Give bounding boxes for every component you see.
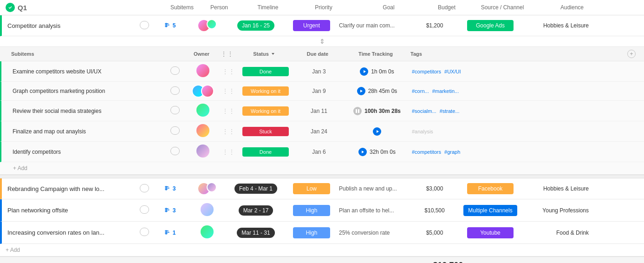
subitem-owner-4 [184,145,221,159]
play-button[interactable] [357,87,365,95]
svg-rect-3 [166,23,167,27]
subitem-chat-4[interactable] [170,147,184,157]
subitem-dots-3: ⋮⋮ [221,128,235,135]
subitems-header: Subitems Owner ⋮⋮ Status Due date Time T… [0,47,644,61]
status-badge-working: Working on it [242,86,289,96]
chat-bubble-icon [170,126,180,135]
play-button[interactable] [360,67,368,76]
task-chat-rebranding[interactable] [137,184,151,194]
subitem-dots-0: ⋮⋮ [221,68,235,75]
add-col-icon[interactable]: + [627,50,636,58]
subitem-tracking-3 [342,127,412,136]
subitem-duedate-1: Jan 9 [296,88,342,94]
task-source-conversion: Youtube [453,227,527,238]
task-goal-rebranding: Publish a new and up... [337,185,416,192]
task-priority-conversion: High [286,227,337,238]
add-col-button[interactable]: + [624,50,638,58]
play-button[interactable] [358,148,367,156]
sub-col-duedate-header: Due date [294,51,341,57]
sort-row: ⇕ [0,36,644,47]
avatar [196,104,209,117]
chat-bubble-icon [170,86,180,95]
play-button[interactable] [373,127,381,136]
subitems-badge-conversion[interactable]: 1 [151,230,189,236]
task-chat-networking[interactable] [137,205,151,215]
subitem-name-4: Identify competitors [13,149,170,155]
task-row-rebranding: Rebranding Campaign with new lo... 3 Feb… [0,178,644,199]
timeline-badge-networking: Mar 2 - 17 [239,205,273,216]
subitem-owner-2 [184,104,221,118]
subitem-dots-1: ⋮⋮ [221,87,235,95]
svg-rect-15 [166,230,167,235]
add-subitem-button[interactable]: + Add [0,162,644,174]
sub-col-tracking-header: Time Tracking [341,51,410,57]
chat-bubble-icon [170,66,180,75]
status-badge-stuck: Stuck [242,127,289,136]
task-chat-conversion[interactable] [137,228,151,237]
footer-budget-section: $19,700 sum [397,261,499,263]
svg-rect-11 [166,208,167,212]
subitem-tags-2: #socialm... #strate... [412,108,638,114]
subitem-duedate-3: Jan 24 [296,128,342,135]
task-chat-competitor[interactable] [137,21,151,31]
q1-section: Q1 [6,3,163,12]
subitem-duedate-4: Jan 6 [296,149,342,155]
app-container: Q1 Subitems Person Timeline Priority Goa… [0,0,644,263]
chat-bubble-icon [140,228,149,236]
priority-badge-high: High [293,205,330,216]
subitem-chat-0[interactable] [170,66,184,76]
task-source-networking: Multiple Channels [453,205,527,216]
avatar [196,124,209,137]
subitem-row: Graph competitors marketing position ⋮⋮ … [0,82,644,101]
q1-label: Q1 [18,4,27,12]
subitems-badge-competitor[interactable]: 5 [151,22,189,29]
source-badge-facebook: Facebook [467,183,514,194]
subitem-status-2: Working on it [235,106,296,116]
task-budget-competitor: $1,200 [416,22,453,29]
add-task-button[interactable]: + Add [0,244,644,256]
q1-icon [6,3,15,12]
subitem-row: Finalize and map out anaylsis ⋮⋮ Stuck J… [0,121,644,142]
subitems-badge-rebranding[interactable]: 3 [151,185,189,192]
subitem-name-3: Finalize and map out anaylsis [13,128,170,135]
pause-button[interactable] [353,107,362,115]
subitems-badge-networking[interactable]: 3 [151,207,189,214]
timeline-badge-rebranding: Feb 4 - Mar 1 [234,184,277,194]
task-name-competitor: Competitor analysis [7,22,137,29]
svg-rect-5 [165,188,169,189]
col-header-priority: Priority [298,4,349,11]
subitem-row: Examine competitors website UI/UX ⋮⋮ Don… [0,61,644,82]
sub-col-status-header: Status [234,51,294,57]
subitem-chat-1[interactable] [170,86,184,96]
section-separator [0,175,644,178]
col-header-person: Person [201,4,238,11]
subitem-owner-3 [184,124,221,138]
subitem-chat-3[interactable] [170,126,184,136]
subitem-dots-4: ⋮⋮ [221,148,235,156]
avatar [196,145,209,158]
task-timeline-conversion: Mar 11 - 31 [226,228,286,238]
status-badge-done: Done [242,147,289,157]
header-row: Q1 Subitems Person Timeline Priority Goa… [0,0,644,15]
task-timeline-competitor: Jan 16 - 25 [226,20,286,31]
sort-icon[interactable]: ⇕ [319,38,325,45]
chat-bubble-icon [140,205,149,214]
sub-col-tags-header: Tags [410,51,624,57]
status-badge-done: Done [242,67,289,76]
task-source-competitor: Google Ads [453,20,527,31]
subitem-tracking-4: 32h 0m 0s [342,148,412,156]
task-priority-competitor: Urgent [286,20,337,31]
task-goal-networking: Plan an offsite to hel... [337,207,416,214]
subitem-duedate-2: Jan 11 [296,108,342,114]
subitem-tracking-0: 1h 0m 0s [342,67,412,76]
priority-badge-high2: High [293,227,330,238]
timeline-badge: Jan 16 - 25 [237,20,274,31]
subitem-status-1: Working on it [235,86,296,96]
footer-budget-amount: $19,700 [397,261,499,263]
subitem-tags-4: #competitors #graph [412,149,638,155]
task-row-networking: Plan networking offsite 3 Mar 2 - 17 Hig… [0,199,644,222]
subitem-duedate-0: Jan 3 [296,68,342,75]
svg-rect-0 [165,23,169,24]
subitem-chat-2[interactable] [170,106,184,116]
priority-badge-urgent: Urgent [293,20,330,31]
